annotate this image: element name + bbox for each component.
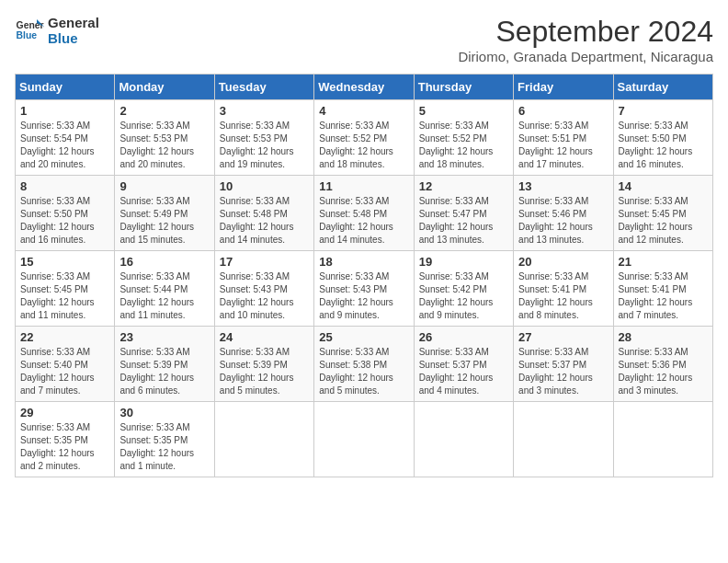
calendar-cell: 20Sunrise: 5:33 AMSunset: 5:41 PMDayligh… (514, 251, 613, 327)
day-number: 28 (619, 330, 708, 344)
weekday-header-wednesday: Wednesday (314, 75, 414, 100)
calendar-cell: 14Sunrise: 5:33 AMSunset: 5:45 PMDayligh… (613, 176, 712, 251)
logo-icon: General Blue (15, 16, 44, 45)
calendar-cell (214, 402, 313, 477)
day-number: 1 (20, 104, 109, 118)
day-info: Sunrise: 5:33 AMSunset: 5:50 PMDaylight:… (619, 120, 708, 171)
day-number: 29 (20, 406, 109, 419)
calendar-cell: 29Sunrise: 5:33 AMSunset: 5:35 PMDayligh… (16, 402, 115, 477)
calendar-cell: 2Sunrise: 5:33 AMSunset: 5:53 PMDaylight… (115, 100, 214, 176)
calendar-week-row: 29Sunrise: 5:33 AMSunset: 5:35 PMDayligh… (16, 402, 713, 477)
weekday-header-monday: Monday (115, 75, 214, 100)
day-number: 30 (119, 406, 209, 419)
weekday-header-friday: Friday (514, 75, 613, 100)
calendar-cell: 11Sunrise: 5:33 AMSunset: 5:48 PMDayligh… (314, 176, 414, 251)
calendar-cell: 12Sunrise: 5:33 AMSunset: 5:47 PMDayligh… (414, 176, 513, 251)
calendar-week-row: 8Sunrise: 5:33 AMSunset: 5:50 PMDaylight… (16, 176, 713, 251)
day-info: Sunrise: 5:33 AMSunset: 5:40 PMDaylight:… (20, 346, 109, 397)
day-number: 7 (619, 104, 708, 118)
day-info: Sunrise: 5:33 AMSunset: 5:38 PMDaylight:… (319, 346, 408, 397)
calendar-cell: 26Sunrise: 5:33 AMSunset: 5:37 PMDayligh… (414, 327, 513, 402)
calendar-week-row: 15Sunrise: 5:33 AMSunset: 5:45 PMDayligh… (16, 251, 713, 327)
svg-text:Blue: Blue (17, 30, 38, 40)
calendar-cell: 6Sunrise: 5:33 AMSunset: 5:51 PMDaylight… (514, 100, 613, 176)
day-number: 9 (119, 179, 209, 193)
calendar-cell: 25Sunrise: 5:33 AMSunset: 5:38 PMDayligh… (314, 327, 414, 402)
calendar-table: SundayMondayTuesdayWednesdayThursdayFrid… (15, 74, 713, 477)
day-info: Sunrise: 5:33 AMSunset: 5:35 PMDaylight:… (20, 421, 109, 473)
day-info: Sunrise: 5:33 AMSunset: 5:50 PMDaylight:… (20, 195, 109, 247)
calendar-cell: 1Sunrise: 5:33 AMSunset: 5:54 PMDaylight… (16, 100, 115, 176)
day-number: 10 (220, 179, 309, 193)
day-number: 16 (119, 255, 209, 269)
calendar-cell: 30Sunrise: 5:33 AMSunset: 5:35 PMDayligh… (115, 402, 214, 477)
day-number: 2 (119, 104, 209, 118)
day-number: 24 (220, 330, 309, 344)
day-number: 25 (319, 330, 408, 344)
calendar-cell: 23Sunrise: 5:33 AMSunset: 5:39 PMDayligh… (115, 327, 214, 402)
day-info: Sunrise: 5:33 AMSunset: 5:37 PMDaylight:… (518, 346, 608, 397)
page-header: General Blue General Blue September 2024… (15, 15, 713, 64)
location: Diriomo, Granada Department, Nicaragua (458, 49, 713, 64)
day-number: 4 (319, 104, 408, 118)
day-number: 20 (518, 255, 608, 269)
day-info: Sunrise: 5:33 AMSunset: 5:35 PMDaylight:… (119, 421, 209, 473)
calendar-cell: 7Sunrise: 5:33 AMSunset: 5:50 PMDaylight… (613, 100, 712, 176)
day-info: Sunrise: 5:33 AMSunset: 5:41 PMDaylight:… (518, 270, 608, 322)
calendar-header-row: SundayMondayTuesdayWednesdayThursdayFrid… (16, 75, 713, 100)
day-info: Sunrise: 5:33 AMSunset: 5:48 PMDaylight:… (220, 195, 309, 247)
day-info: Sunrise: 5:33 AMSunset: 5:45 PMDaylight:… (619, 195, 708, 247)
day-number: 19 (419, 255, 508, 269)
day-info: Sunrise: 5:33 AMSunset: 5:37 PMDaylight:… (419, 346, 508, 397)
calendar-cell: 17Sunrise: 5:33 AMSunset: 5:43 PMDayligh… (214, 251, 313, 327)
calendar-cell: 19Sunrise: 5:33 AMSunset: 5:42 PMDayligh… (414, 251, 513, 327)
calendar-cell (414, 402, 513, 477)
weekday-header-saturday: Saturday (613, 75, 712, 100)
calendar-cell (514, 402, 613, 477)
day-info: Sunrise: 5:33 AMSunset: 5:42 PMDaylight:… (419, 270, 508, 322)
calendar-cell: 4Sunrise: 5:33 AMSunset: 5:52 PMDaylight… (314, 100, 414, 176)
day-info: Sunrise: 5:33 AMSunset: 5:47 PMDaylight:… (419, 195, 508, 247)
calendar-cell: 22Sunrise: 5:33 AMSunset: 5:40 PMDayligh… (16, 327, 115, 402)
day-info: Sunrise: 5:33 AMSunset: 5:49 PMDaylight:… (119, 195, 209, 247)
logo: General Blue General Blue (15, 15, 99, 46)
day-number: 22 (20, 330, 109, 344)
title-section: September 2024 Diriomo, Granada Departme… (458, 15, 713, 64)
day-number: 5 (419, 104, 508, 118)
calendar-cell (314, 402, 414, 477)
calendar-cell: 21Sunrise: 5:33 AMSunset: 5:41 PMDayligh… (613, 251, 712, 327)
month-year: September 2024 (458, 15, 713, 49)
calendar-cell: 27Sunrise: 5:33 AMSunset: 5:37 PMDayligh… (514, 327, 613, 402)
logo-text-general: General (48, 15, 99, 30)
weekday-header-tuesday: Tuesday (214, 75, 313, 100)
day-info: Sunrise: 5:33 AMSunset: 5:41 PMDaylight:… (619, 270, 708, 322)
day-number: 3 (220, 104, 309, 118)
calendar-week-row: 1Sunrise: 5:33 AMSunset: 5:54 PMDaylight… (16, 100, 713, 176)
calendar-cell: 18Sunrise: 5:33 AMSunset: 5:43 PMDayligh… (314, 251, 414, 327)
day-info: Sunrise: 5:33 AMSunset: 5:53 PMDaylight:… (119, 120, 209, 171)
day-number: 14 (619, 179, 708, 193)
day-info: Sunrise: 5:33 AMSunset: 5:52 PMDaylight:… (419, 120, 508, 171)
day-number: 27 (518, 330, 608, 344)
calendar-week-row: 22Sunrise: 5:33 AMSunset: 5:40 PMDayligh… (16, 327, 713, 402)
day-number: 12 (419, 179, 508, 193)
calendar-cell (613, 402, 712, 477)
day-info: Sunrise: 5:33 AMSunset: 5:39 PMDaylight:… (119, 346, 209, 397)
day-number: 8 (20, 179, 109, 193)
day-info: Sunrise: 5:33 AMSunset: 5:52 PMDaylight:… (319, 120, 408, 171)
calendar-cell: 28Sunrise: 5:33 AMSunset: 5:36 PMDayligh… (613, 327, 712, 402)
logo-text-blue: Blue (48, 30, 99, 46)
calendar-cell: 9Sunrise: 5:33 AMSunset: 5:49 PMDaylight… (115, 176, 214, 251)
day-number: 26 (419, 330, 508, 344)
calendar-cell: 8Sunrise: 5:33 AMSunset: 5:50 PMDaylight… (16, 176, 115, 251)
weekday-header-sunday: Sunday (16, 75, 115, 100)
calendar-cell: 5Sunrise: 5:33 AMSunset: 5:52 PMDaylight… (414, 100, 513, 176)
day-info: Sunrise: 5:33 AMSunset: 5:48 PMDaylight:… (319, 195, 408, 247)
calendar-cell: 10Sunrise: 5:33 AMSunset: 5:48 PMDayligh… (214, 176, 313, 251)
weekday-header-thursday: Thursday (414, 75, 513, 100)
day-info: Sunrise: 5:33 AMSunset: 5:46 PMDaylight:… (518, 195, 608, 247)
day-info: Sunrise: 5:33 AMSunset: 5:53 PMDaylight:… (220, 120, 309, 171)
day-number: 11 (319, 179, 408, 193)
calendar-cell: 15Sunrise: 5:33 AMSunset: 5:45 PMDayligh… (16, 251, 115, 327)
day-number: 23 (119, 330, 209, 344)
